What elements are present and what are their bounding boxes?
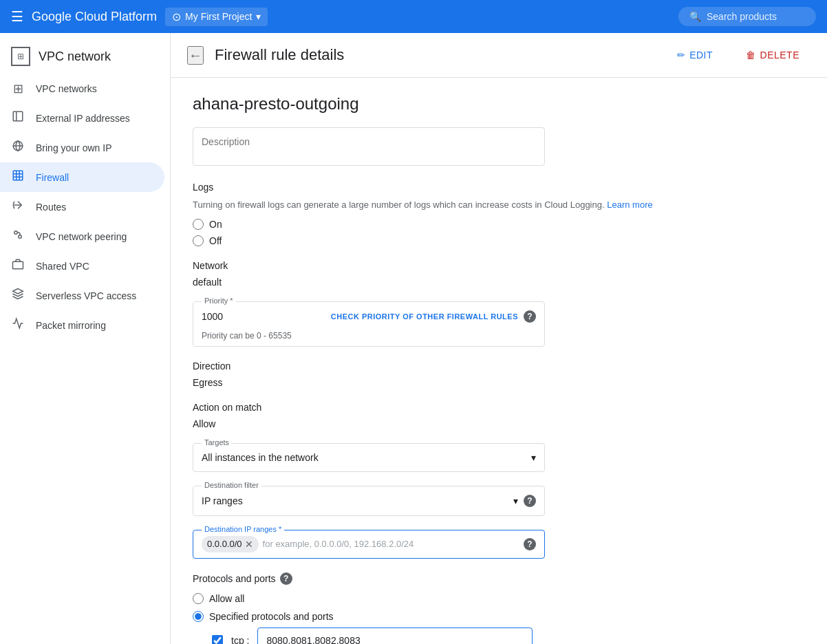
sidebar-label-shared-vpc: Shared VPC — [36, 261, 89, 272]
vpc-peering-icon — [11, 228, 25, 244]
tcp-checkbox-label[interactable] — [212, 635, 223, 645]
svg-marker-12 — [13, 289, 23, 294]
network-title: Network — [193, 260, 740, 271]
page-title: Firewall rule details — [215, 46, 655, 64]
menu-icon[interactable]: ☰ — [11, 8, 23, 25]
form-content: ahana-presto-outgoing Logs Turning on fi… — [171, 78, 762, 644]
edit-icon: ✏ — [677, 50, 686, 61]
sidebar-item-bring-your-own-ip[interactable]: Bring your own IP — [0, 133, 164, 162]
dest-filter-select[interactable]: IP ranges ▾ ? — [193, 486, 544, 515]
targets-label: Targets — [202, 438, 232, 447]
shared-vpc-icon — [11, 258, 25, 274]
svg-rect-4 — [13, 171, 23, 180]
logs-title: Logs — [193, 182, 740, 193]
sidebar-label-external-ip: External IP addresses — [36, 113, 130, 124]
tcp-ports-input[interactable] — [257, 627, 533, 645]
search-placeholder: Search products — [707, 11, 777, 22]
sidebar-label-vpc-networks: VPC networks — [36, 83, 97, 94]
logs-off-radio[interactable]: Off — [193, 235, 740, 246]
sidebar-item-external-ip[interactable]: External IP addresses — [0, 103, 164, 133]
sidebar-item-vpc-networks[interactable]: ⊞ VPC networks — [0, 74, 164, 103]
direction-group: Direction Egress — [193, 361, 740, 388]
priority-actions: CHECK PRIORITY OF OTHER FIREWALL RULES ? — [331, 310, 536, 323]
firewall-icon — [11, 169, 25, 185]
action-title: Action on match — [193, 402, 740, 413]
ip-ranges-inner: 0.0.0.0/0 ✕ for example, 0.0.0.0/0, 192.… — [193, 530, 544, 558]
ip-ranges-placeholder: for example, 0.0.0.0/0, 192.168.2.0/24 — [263, 539, 414, 549]
top-nav: ☰ Google Cloud Platform ⊙ My First Proje… — [0, 0, 827, 33]
logs-off-label: Off — [209, 235, 222, 246]
search-area[interactable]: 🔍 Search products — [678, 7, 816, 26]
priority-group: Priority * CHECK PRIORITY OF OTHER FIREW… — [193, 301, 740, 347]
sidebar-label-bring-your-own-ip: Bring your own IP — [36, 142, 112, 153]
logs-description: Turning on firewall logs can generate a … — [193, 198, 740, 212]
protocols-help-icon[interactable]: ? — [280, 572, 292, 585]
dest-ip-label: Destination IP ranges * — [202, 525, 284, 533]
specified-protocols-input[interactable] — [193, 611, 204, 622]
delete-label: DELETE — [760, 50, 799, 61]
targets-group: Targets All instances in the network ▾ — [193, 443, 740, 472]
sidebar-label-vpc-peering: VPC network peering — [36, 231, 127, 242]
rule-name: ahana-presto-outgoing — [193, 94, 740, 114]
targets-value: All instances in the network — [202, 452, 319, 463]
dest-filter-group: Destination filter IP ranges ▾ ? — [193, 486, 740, 516]
specified-protocols-radio[interactable]: Specified protocols and ports — [193, 611, 740, 622]
svg-rect-11 — [13, 261, 23, 269]
dest-ip-help-icon[interactable]: ? — [524, 538, 536, 550]
svg-rect-0 — [13, 111, 23, 121]
allow-all-input[interactable] — [193, 593, 204, 604]
sidebar-item-serverless-vpc[interactable]: Serverless VPC access — [0, 281, 164, 310]
ip-chip-close-icon[interactable]: ✕ — [245, 539, 253, 550]
edit-button[interactable]: ✏ EDIT — [666, 44, 724, 66]
allow-all-label: Allow all — [209, 593, 244, 604]
dest-filter-value: IP ranges — [202, 495, 243, 506]
tcp-checkbox[interactable] — [212, 635, 223, 645]
network-group: Network default — [193, 260, 740, 288]
priority-input[interactable] — [202, 311, 243, 322]
back-button[interactable]: ← — [187, 46, 204, 65]
sidebar-label-routes: Routes — [36, 202, 66, 213]
tcp-label: tcp : — [231, 635, 249, 645]
description-field[interactable] — [193, 127, 545, 166]
sidebar-item-shared-vpc[interactable]: Shared VPC — [0, 251, 164, 281]
vpc-networks-icon: ⊞ — [11, 81, 25, 96]
sidebar-item-packet-mirroring[interactable]: Packet mirroring — [0, 310, 164, 340]
logs-on-radio[interactable]: On — [193, 219, 740, 230]
logs-on-input[interactable] — [193, 219, 204, 230]
check-priority-button[interactable]: CHECK PRIORITY OF OTHER FIREWALL RULES — [331, 312, 518, 321]
sidebar-label-packet-mirroring: Packet mirroring — [36, 320, 106, 331]
protocols-group: Protocols and ports ? Allow all Specifie… — [193, 572, 740, 645]
targets-select[interactable]: All instances in the network ▾ — [193, 444, 544, 471]
logs-off-input[interactable] — [193, 235, 204, 246]
sidebar-item-firewall[interactable]: Firewall — [0, 162, 164, 192]
targets-arrow-icon: ▾ — [531, 452, 536, 463]
sidebar-item-routes[interactable]: Routes — [0, 192, 164, 222]
protocols-radio-group: Allow all Specified protocols and ports — [193, 593, 740, 622]
vpc-network-icon: ⊞ — [11, 47, 30, 66]
tcp-row: tcp : — [212, 627, 740, 645]
ip-chip-value: 0.0.0.0/0 — [207, 539, 242, 549]
allow-all-radio[interactable]: Allow all — [193, 593, 740, 604]
sidebar-label-firewall: Firewall — [36, 172, 69, 183]
dest-filter-wrapper: Destination filter IP ranges ▾ ? — [193, 486, 545, 516]
priority-label: Priority * — [202, 297, 236, 305]
edit-label: EDIT — [689, 50, 713, 61]
priority-hint: Priority can be 0 - 65535 — [193, 331, 544, 346]
learn-more-link[interactable]: Learn more — [607, 200, 652, 210]
project-name: My First Project — [185, 11, 252, 22]
sidebar-title: VPC network — [39, 50, 111, 64]
delete-button[interactable]: 🗑 DELETE — [735, 44, 810, 66]
page-header: ← Firewall rule details ✏ EDIT 🗑 DELETE — [171, 33, 827, 78]
dest-filter-help-icon[interactable]: ? — [524, 495, 536, 507]
main-content: ← Firewall rule details ✏ EDIT 🗑 DELETE … — [171, 33, 827, 644]
routes-icon — [11, 199, 25, 215]
protocols-title: Protocols and ports — [193, 573, 276, 584]
bring-your-own-ip-icon — [11, 140, 25, 155]
ip-chip: 0.0.0.0/0 ✕ — [202, 536, 259, 552]
sidebar-item-vpc-peering[interactable]: VPC network peering — [0, 222, 164, 251]
packet-mirroring-icon — [11, 317, 25, 333]
project-icon: ⊙ — [172, 10, 181, 23]
project-selector[interactable]: ⊙ My First Project ▾ — [165, 8, 268, 26]
priority-help-icon[interactable]: ? — [524, 310, 536, 323]
brand-title: Google Cloud Platform — [32, 10, 157, 24]
